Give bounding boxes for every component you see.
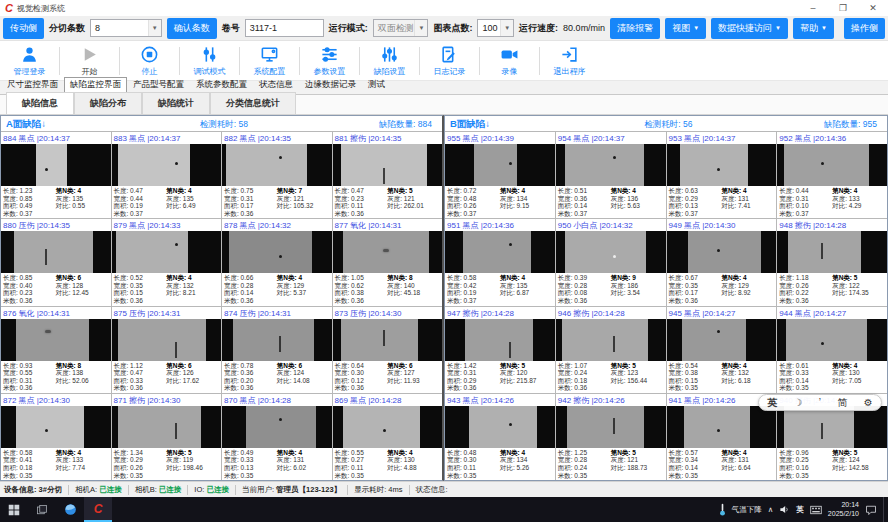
defect-cell[interactable]: 954 黑点 |20:14:37长度: 0.51宽度: 0.36面积: 0.14… — [556, 132, 666, 218]
defect-cell[interactable]: 951 黑点 |20:14:36长度: 0.58宽度: 0.42面积: 0.19… — [445, 219, 555, 305]
defect-cell[interactable]: 942 擦伤 |20:14:26长度: 1.25宽度: 0.28面积: 0.24… — [556, 394, 666, 480]
task-view-button[interactable] — [28, 497, 56, 522]
defect-cell[interactable]: 877 氧化 |20:14:31长度: 1.05宽度: 0.62面积: 0.38… — [333, 219, 443, 305]
defect-cell[interactable]: 949 黑点 |20:14:30长度: 0.67宽度: 0.35面积: 0.17… — [667, 219, 777, 305]
weather-text[interactable]: 气温下降 — [732, 505, 762, 515]
maximize-button[interactable]: ❐ — [828, 1, 858, 16]
english-indicator[interactable]: 英 — [767, 398, 777, 408]
defect-cell[interactable]: 871 擦伤 |20:14:30长度: 1.34宽度: 0.29面积: 0.26… — [112, 394, 222, 480]
defect-metrics-right: 第N类: 4灰度: 136对比: 5.63 — [611, 187, 640, 210]
ime-language-bar[interactable]: 英☽’简⚙ — [758, 394, 882, 411]
defect-cell[interactable]: 883 黑点 |20:14:37长度: 0.47宽度: 0.44面积: 0.19… — [112, 132, 222, 218]
system-config-button[interactable]: 系统配置 — [242, 42, 297, 80]
login-button[interactable]: 管理登录 — [2, 42, 57, 80]
tab-sub-1[interactable]: 缺陷分布 — [74, 92, 142, 114]
defect-cell[interactable]: 945 黑点 |20:14:27长度: 0.54宽度: 0.38面积: 0.15… — [667, 307, 777, 393]
defect-image — [1, 406, 111, 448]
action-center-icon[interactable] — [865, 504, 877, 516]
defect-cell[interactable]: 880 压伤 |20:14:35长度: 0.85宽度: 0.40面积: 0.23… — [1, 219, 111, 305]
drive-side-button[interactable]: 传动侧 — [3, 18, 44, 39]
image-black-bar-right — [314, 319, 332, 361]
defect-settings-button[interactable]: 缺陷设置 — [362, 42, 417, 80]
slit-count-select[interactable]: 8 ▼ — [90, 19, 162, 37]
log-record-button[interactable]: 日志记录 — [422, 42, 477, 80]
tray-expand-chevron[interactable]: ∧ — [768, 505, 774, 514]
param-settings-button[interactable]: 参数设置 — [302, 42, 357, 80]
tab-sub-0[interactable]: 缺陷信息 — [6, 92, 74, 114]
confirm-count-button[interactable]: 确认条数 — [167, 18, 217, 39]
defect-cell-title: 943 黑点 |20:14:26 — [445, 394, 555, 406]
volume-icon[interactable] — [779, 504, 790, 515]
run-mode-value: 双面检测 — [378, 22, 414, 35]
defect-image — [333, 231, 443, 273]
defect-cell[interactable]: 943 黑点 |20:14:26长度: 0.48宽度: 0.30面积: 0.11… — [445, 394, 555, 480]
defect-cell[interactable]: 872 黑点 |20:14:30长度: 0.58宽度: 0.41面积: 0.18… — [1, 394, 111, 480]
defect-image — [777, 406, 887, 448]
defect-cell[interactable]: 876 氧化 |20:14:31长度: 0.93宽度: 0.55面积: 0.31… — [1, 307, 111, 393]
defect-cell[interactable]: 882 黑点 |20:14:35长度: 0.75宽度: 0.31面积: 0.17… — [222, 132, 332, 218]
touch-keyboard-icon[interactable] — [810, 505, 822, 515]
defect-cell[interactable]: 873 压伤 |20:14:30长度: 0.64宽度: 0.30面积: 0.12… — [333, 307, 443, 393]
show-desktop-button[interactable] — [883, 497, 886, 522]
stop-button[interactable]: 停止 — [122, 42, 177, 80]
defect-metrics-right: 第N类: 5灰度: 123对比: 156.44 — [611, 362, 648, 385]
minimize-button[interactable]: – — [798, 1, 828, 16]
defect-cell[interactable]: 874 压伤 |20:14:31长度: 0.78宽度: 0.36面积: 0.20… — [222, 307, 332, 393]
defect-cell[interactable]: 869 黑点 |20:14:28长度: 0.55宽度: 0.27面积: 0.11… — [333, 394, 443, 480]
debug-mode-button[interactable]: 调试模式 — [182, 42, 237, 80]
settings-gear-icon[interactable]: ⚙ — [864, 398, 873, 408]
browser-app-button[interactable] — [56, 497, 84, 522]
defect-cell[interactable]: 955 黑点 |20:14:39长度: 0.72宽度: 0.48面积: 0.26… — [445, 132, 555, 218]
windows-logo-icon — [8, 504, 20, 516]
defect-cell[interactable]: 950 小白点 |20:14:32长度: 0.39宽度: 0.28面积: 0.0… — [556, 219, 666, 305]
chevron-down-icon: ▼ — [148, 20, 161, 36]
defect-cell[interactable]: 875 压伤 |20:14:31长度: 1.12宽度: 0.47面积: 0.33… — [112, 307, 222, 393]
defect-cell[interactable]: 953 黑点 |20:14:37长度: 0.63宽度: 0.29面积: 0.13… — [667, 132, 777, 218]
defect-cell[interactable]: 884 黑点 |20:14:37长度: 1.23宽度: 0.85面积: 0.49… — [1, 132, 111, 218]
chart-points-select[interactable]: 100 ▼ — [477, 19, 514, 37]
defect-info: 长度: 0.72宽度: 0.48面积: 0.26米数: 0.37第N类: 4灰度… — [445, 186, 555, 218]
defect-metrics-right: 第N类: 4灰度: 135对比: 6.87 — [500, 274, 529, 297]
exit-program-button[interactable]: 退出程序 — [542, 42, 597, 80]
help-menu-button[interactable]: 帮助▼ — [793, 18, 834, 39]
defect-cell[interactable]: 870 黑点 |20:14:28长度: 0.49宽度: 0.33面积: 0.13… — [222, 394, 332, 480]
roll-number-input[interactable]: 3117-1 — [245, 19, 324, 37]
image-black-bar-left — [112, 231, 116, 273]
defect-image — [556, 406, 666, 448]
inspection-app-button[interactable]: C — [84, 497, 112, 522]
operate-side-button[interactable]: 操作侧 — [844, 18, 885, 39]
close-button[interactable]: ✕ — [858, 1, 888, 16]
start-button[interactable]: 开始 — [62, 42, 117, 80]
ime-language-indicator[interactable]: 英 — [796, 505, 804, 515]
defect-mark — [45, 168, 48, 171]
thermometer-icon[interactable] — [719, 503, 726, 516]
defect-cell[interactable]: 952 黑点 |20:14:36长度: 0.44宽度: 0.31面积: 0.10… — [777, 132, 887, 218]
defect-mark — [717, 168, 720, 171]
defect-cell[interactable]: 944 黑点 |20:14:27长度: 0.61宽度: 0.33面积: 0.14… — [777, 307, 887, 393]
defect-cell[interactable]: 879 黑点 |20:14:33长度: 0.52宽度: 0.35面积: 0.15… — [112, 219, 222, 305]
defect-image — [1, 319, 111, 361]
image-black-bar-right — [427, 144, 442, 186]
defect-metrics-right: 第N类: 4灰度: 131对比: 6.02 — [277, 449, 306, 472]
tab-sub-3[interactable]: 分类信息统计 — [210, 92, 296, 114]
defect-cell[interactable]: 878 黑点 |20:14:32长度: 0.66宽度: 0.28面积: 0.14… — [222, 219, 332, 305]
tab-main-6[interactable]: 测试 — [362, 77, 391, 94]
view-menu-button[interactable]: 视图▼ — [665, 18, 706, 39]
defect-cell[interactable]: 946 擦伤 |20:14:28长度: 1.07宽度: 0.24面积: 0.18… — [556, 307, 666, 393]
defect-cell[interactable]: 947 擦伤 |20:14:28长度: 1.42宽度: 0.31面积: 0.29… — [445, 307, 555, 393]
record-video-button[interactable]: 录像 — [482, 42, 537, 80]
data-quick-access-button[interactable]: 数据快捷访问▼ — [711, 18, 788, 39]
defect-metrics-left: 长度: 0.58宽度: 0.42面积: 0.19米数: 0.37 — [447, 274, 476, 304]
tab-sub-2[interactable]: 缺陷统计 — [142, 92, 210, 114]
defect-cell[interactable]: 881 擦伤 |20:14:35长度: 0.47宽度: 0.23面积: 0.11… — [333, 132, 443, 218]
run-mode-select[interactable]: 双面检测 ▼ — [373, 19, 429, 37]
clear-alarm-button[interactable]: 清除报警 — [610, 18, 660, 39]
simplified-chinese-indicator[interactable]: 简 — [837, 398, 847, 408]
image-black-bar-right — [93, 231, 111, 273]
punctuation-icon[interactable]: ’ — [819, 398, 821, 408]
start-button[interactable] — [0, 497, 28, 522]
moon-icon[interactable]: ☽ — [794, 398, 803, 408]
taskbar-clock[interactable]: 20:14 2025/2/10 — [828, 501, 859, 518]
tab-main-5[interactable]: 边缘数据记录 — [299, 77, 362, 94]
defect-cell[interactable]: 948 擦伤 |20:14:28长度: 1.18宽度: 0.26面积: 0.22… — [777, 219, 887, 305]
